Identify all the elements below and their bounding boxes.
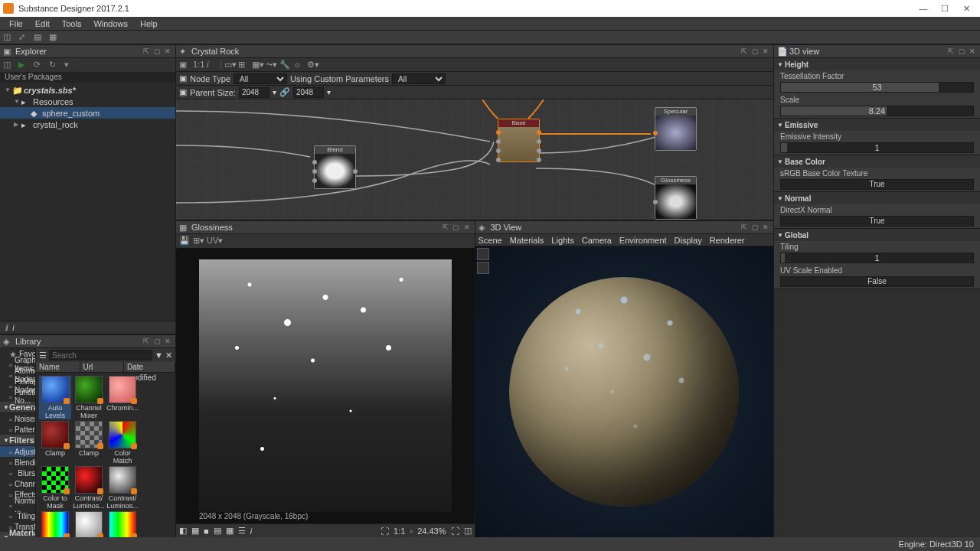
light-icon[interactable]: ☼ [293,60,304,70]
prop-section-header[interactable]: ▼Base Color [774,155,980,168]
zoom-ratio[interactable]: 1:1 [394,527,405,536]
maximize-panel-icon[interactable]: ▢ [152,47,162,56]
prop-bool[interactable]: True [780,216,974,227]
filter-icon[interactable]: ☰ [39,350,47,360]
loop-icon[interactable]: ⟳ [34,60,44,70]
lock-icon[interactable]: ▣ [179,73,187,83]
node-glossiness[interactable]: Glossiness [655,176,697,220]
prop-bool[interactable]: True [780,179,974,190]
undock-icon[interactable]: ⇱ [142,337,151,346]
col-name[interactable]: Name [36,362,80,372]
wrench-icon[interactable]: 🔧 [279,60,290,70]
view3d-menu-item[interactable]: Renderer [710,236,745,245]
tree-item[interactable]: ◆sphere_custom [0,107,175,119]
library-item[interactable]: Clamp [39,421,71,465]
node-blend[interactable]: Blend [314,145,356,189]
close-panel-icon[interactable]: ✕ [761,223,770,232]
tree-item[interactable]: ▼📁crystals.sbs* [0,84,175,96]
split-v-icon[interactable]: ◫ [464,526,472,536]
refresh-icon[interactable]: ↻ [49,60,60,70]
library-item[interactable]: Contrast/ Luminos... [73,466,105,510]
minimize-button[interactable]: — [913,2,934,15]
library-item[interactable]: Contrast/ Luminos... [106,466,139,510]
settings-icon[interactable]: ▾ [64,60,75,70]
save-icon[interactable]: ▤ [34,32,44,43]
close-panel-icon[interactable]: ✕ [163,47,172,56]
prop-section-header[interactable]: ▼Emissive [774,119,980,131]
menu-edit[interactable]: Edit [29,19,56,28]
view2d-canvas[interactable]: 2048 x 2048 (Grayscale, 16bpc) [176,248,475,523]
library-item[interactable]: Channel Mixer [73,376,105,419]
view3d-canvas[interactable] [475,246,774,537]
fit-icon[interactable]: ⛶ [381,527,389,536]
close-panel-icon[interactable]: ✕ [968,47,977,56]
single-icon[interactable]: ■ [204,527,209,536]
prop-section-header[interactable]: ▼Global [774,229,980,241]
library-item[interactable] [106,511,139,537]
align-icon[interactable]: ▭▾ [224,60,235,70]
close-panel-icon[interactable]: ✕ [163,337,172,346]
close-panel-icon[interactable]: ✕ [761,47,770,56]
camera-tool-icon[interactable] [477,248,489,260]
maximize-button[interactable]: ☐ [934,2,956,15]
new-icon[interactable]: ◫ [3,32,14,43]
tool-icon[interactable]: ▦ [49,32,60,43]
col-date[interactable]: Date modified [124,362,175,372]
info-icon[interactable]: i [250,527,252,536]
node-type-select[interactable]: All [234,73,287,84]
maximize-panel-icon[interactable]: ▢ [957,47,966,56]
library-item[interactable] [73,511,105,537]
link-icon[interactable]: ◫ [3,60,14,70]
grid-icon[interactable]: ⊞▾ [193,236,204,246]
tool-icon[interactable]: ◧ [179,526,187,536]
checker-icon[interactable]: ▦ [191,526,199,536]
library-item[interactable]: Color Match [106,421,139,465]
menu-tools[interactable]: Tools [56,19,88,28]
undock-icon[interactable]: ⇱ [142,47,151,56]
library-item[interactable]: Clamp [73,421,105,465]
col-url[interactable]: Url [80,362,124,372]
lib-category[interactable]: ▫Blurs [0,468,35,478]
view3d-menu-item[interactable]: Scene [479,236,502,245]
link-dims-icon[interactable]: 🔗 [279,87,290,97]
prop-section-header[interactable]: ▼Normal [774,192,980,204]
uv-icon[interactable]: UV▾ [207,236,217,246]
fullscreen-icon[interactable]: ⛶ [451,527,459,536]
undock-icon[interactable]: ⇱ [740,223,749,232]
move-tool-icon[interactable] [477,262,489,274]
split-icon[interactable]: ▤ [214,526,221,536]
play-icon[interactable]: ▶ [18,60,29,70]
custom-params-select[interactable]: All [392,73,446,84]
maximize-panel-icon[interactable]: ▢ [152,337,162,346]
save-image-icon[interactable]: 💾 [179,236,190,246]
menu-file[interactable]: File [3,19,29,28]
tree-item[interactable]: ▶▸crystal_rock [0,119,175,130]
lib-category[interactable]: ▼Generators [0,402,35,413]
lib-category[interactable]: ▫Patterns [0,424,35,435]
view3d-menu-item[interactable]: Lights [551,236,573,245]
snap-icon[interactable]: ⊞ [238,60,249,70]
fit-icon[interactable]: ▣ [179,60,190,70]
menu-windows[interactable]: Windows [87,19,134,28]
lib-category[interactable]: ▼Material Filt... [0,532,35,537]
hist-icon[interactable]: ☰ [238,526,246,536]
lock-icon[interactable]: ▣ [179,87,187,97]
grid4-icon[interactable]: ▦ [226,526,234,536]
maximize-panel-icon[interactable]: ▢ [452,223,461,232]
prop-slider[interactable]: 53 [780,82,974,93]
grid-icon[interactable]: ▦▾ [252,60,263,70]
prop-section-header[interactable]: ▼Height [774,58,980,70]
undock-icon[interactable]: ⇱ [946,47,956,56]
undock-icon[interactable]: ⇱ [441,223,450,232]
undock-icon[interactable]: ⇱ [740,47,749,56]
lib-category[interactable]: ▼Filters [0,435,35,446]
prop-slider[interactable]: 1 [780,142,974,153]
search-input[interactable] [49,350,152,360]
lib-category[interactable]: ▫Blending [0,457,35,468]
maximize-panel-icon[interactable]: ▢ [750,47,760,56]
prop-bool[interactable]: False [780,276,974,287]
filter-funnel-icon[interactable]: ▼ [155,350,163,360]
close-panel-icon[interactable]: ✕ [462,223,472,232]
link-icon[interactable]: ⤳▾ [266,60,276,70]
clear-icon[interactable]: ✕ [165,350,172,360]
